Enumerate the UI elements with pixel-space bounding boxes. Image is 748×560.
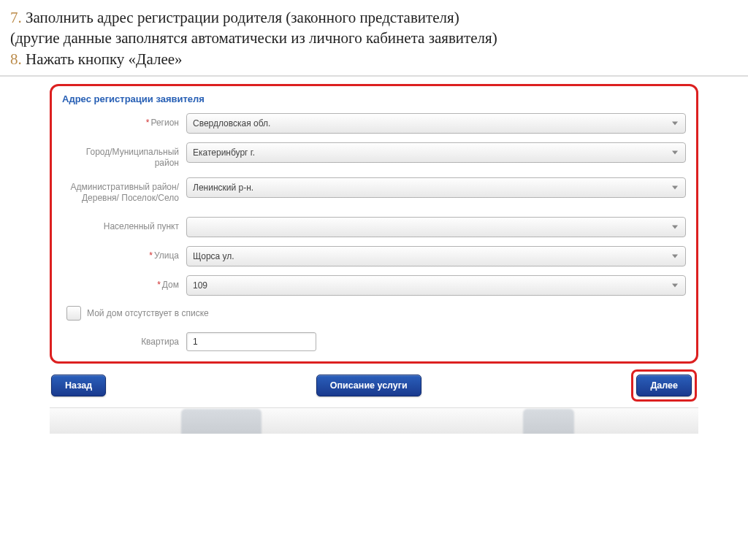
checkbox-house-missing[interactable] — [66, 306, 81, 321]
select-street[interactable]: Щорса ул. — [186, 246, 686, 266]
label-house-missing: Мой дом отсутствует в списке — [87, 308, 209, 318]
row-city: Город/Муниципальный район Екатеринбург г… — [62, 142, 686, 169]
select-admin-district-value: Ленинский р-н. — [193, 183, 253, 193]
step-7-note: (другие данные заполнятся автоматически … — [10, 28, 738, 48]
chevron-down-icon — [672, 226, 678, 229]
input-apartment[interactable] — [186, 332, 316, 351]
label-region: *Регион — [62, 113, 186, 129]
label-locality: Населенный пункт — [62, 217, 186, 232]
label-street: *Улица — [62, 246, 186, 261]
select-city[interactable]: Екатеринбург г. — [186, 142, 686, 163]
select-admin-district[interactable]: Ленинский р-н. — [186, 177, 686, 198]
row-apartment: Квартира — [62, 332, 686, 351]
select-house[interactable]: 109 — [186, 275, 686, 296]
chevron-down-icon — [672, 122, 678, 126]
select-region[interactable]: Свердловская обл. — [186, 113, 686, 134]
next-button-highlight: Далее — [631, 369, 697, 402]
row-locality: Населенный пункт — [62, 217, 686, 237]
step-8-number: 8. — [10, 50, 22, 68]
chevron-down-icon — [672, 284, 678, 288]
select-city-value: Екатеринбург г. — [193, 147, 255, 158]
instructions-block: 7. Заполнить адрес регистрации родителя … — [0, 0, 748, 72]
row-admin-district: Административный район/Деревня/ Поселок/… — [62, 177, 686, 204]
screenshot-area: Адрес регистрации заявителя *Регион Свер… — [0, 75, 748, 434]
next-button[interactable]: Далее — [636, 375, 692, 396]
back-button[interactable]: Назад — [51, 375, 106, 396]
select-house-value: 109 — [193, 280, 207, 291]
chevron-down-icon — [672, 151, 678, 155]
label-city: Город/Муниципальный район — [62, 142, 186, 169]
row-house: *Дом 109 — [62, 275, 686, 296]
step-7-text: Заполнить адрес регистрации родителя (за… — [22, 9, 459, 26]
select-region-value: Свердловская обл. — [193, 118, 270, 129]
section-title: Адрес регистрации заявителя — [62, 91, 686, 113]
address-form-box: Адрес регистрации заявителя *Регион Свер… — [50, 84, 698, 364]
label-admin-district: Административный район/Деревня/ Поселок/… — [62, 177, 186, 204]
label-house: *Дом — [62, 275, 186, 291]
step-7-number: 7. — [10, 9, 22, 26]
chevron-down-icon — [672, 186, 678, 190]
select-locality[interactable] — [186, 217, 686, 237]
chevron-down-icon — [672, 255, 678, 258]
describe-service-button[interactable]: Описание услуги — [316, 375, 421, 396]
button-bar: Назад Описание услуги Далее — [50, 369, 698, 402]
label-apartment: Квартира — [62, 332, 186, 348]
row-street: *Улица Щорса ул. — [62, 246, 686, 266]
row-house-missing: Мой дом отсутствует в списке — [66, 306, 686, 321]
footer-decoration — [50, 407, 698, 434]
row-region: *Регион Свердловская обл. — [62, 113, 686, 134]
select-street-value: Щорса ул. — [193, 251, 234, 261]
step-8-text: Нажать кнопку «Далее» — [22, 50, 183, 68]
